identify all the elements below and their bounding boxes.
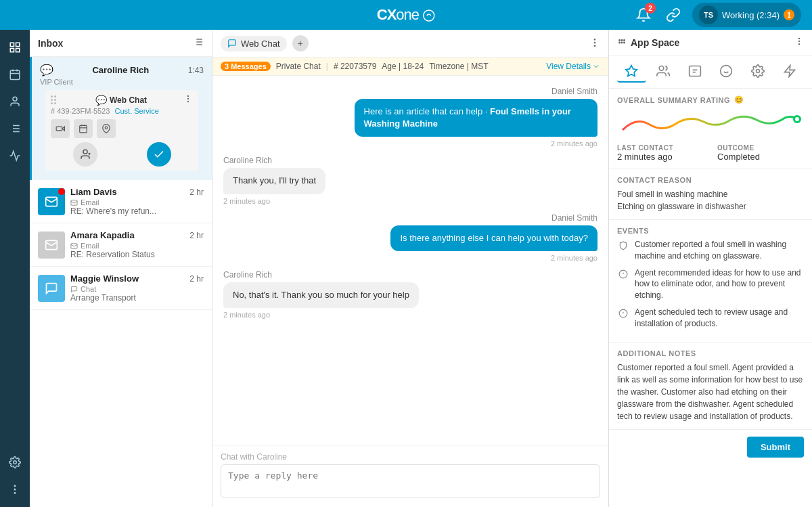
link-icon (666, 7, 681, 22)
app-icon-ai[interactable] (617, 61, 646, 83)
svg-rect-5 (10, 70, 20, 80)
maggie-preview: Arrange Transport (70, 293, 204, 303)
app-icon-settings[interactable] (744, 61, 773, 83)
complete-button[interactable] (147, 142, 171, 167)
last-contact-col: LAST CONTACT 2 minutes ago (617, 144, 704, 162)
active-contact-top: 💬 Caroline Rich 1:43 (40, 64, 204, 76)
message-3-bubble: Is there anything else I can help you wi… (390, 225, 597, 251)
header-right: 2 TS Working (2:34) 1 (633, 3, 801, 27)
view-details-button[interactable]: View Details (546, 62, 600, 71)
svg-point-26 (187, 95, 188, 96)
chat-input-area: Chat with Caroline (212, 445, 608, 507)
contact-row-amara: Amara Kapadia 2 hr Email RE: Reservation… (38, 230, 204, 259)
svg-point-66 (795, 117, 799, 121)
active-contact-card[interactable]: 💬 Caroline Rich 1:43 VIP Client 💬 (30, 57, 212, 180)
event-3-icon (617, 307, 629, 319)
svg-rect-3 (10, 49, 14, 52)
calendar-action-button[interactable] (74, 119, 93, 138)
nav-reports[interactable] (3, 116, 27, 141)
message-4: Caroline Rich No, that's it. Thank you s… (223, 270, 597, 319)
cust-service: Cust. Service (115, 107, 159, 115)
web-chat-tab-label: Web Chat (241, 39, 280, 49)
additional-notes-text: Customer reported a foul smell. Agent pr… (617, 361, 804, 422)
chat-more-button[interactable] (589, 37, 600, 50)
maggie-info: Maggie Winslow 2 hr Chat Arrange Transpo… (70, 273, 204, 303)
contact-row-maggie: Maggie Winslow 2 hr Chat Arrange Transpo… (38, 273, 204, 303)
agent-status[interactable]: TS Working (2:34) 1 (692, 3, 801, 27)
svg-point-46 (619, 39, 621, 41)
add-tab-button[interactable]: + (292, 35, 309, 51)
chat-more-icon (589, 37, 600, 48)
logo-one: one (396, 6, 419, 23)
app-icon-contacts[interactable] (649, 61, 678, 83)
additional-notes-section: ADDITIONAL NOTES Customer reported a fou… (609, 343, 812, 430)
svg-point-52 (798, 38, 799, 39)
inbox-menu-button[interactable] (193, 37, 204, 49)
nav-more[interactable] (3, 477, 27, 502)
contact-row-liam: Liam Davis 2 hr Email RE: Where's my ref… (38, 187, 204, 216)
svg-marker-55 (626, 66, 637, 76)
notifications-button[interactable]: 2 (633, 4, 654, 26)
grid-dots-icon (617, 38, 627, 47)
outcome-label: OUTCOME (717, 144, 804, 152)
maggie-top: Maggie Winslow 2 hr (70, 273, 204, 284)
webchat-more-button[interactable] (183, 94, 193, 106)
video-action-button[interactable] (51, 119, 70, 138)
svg-point-9 (13, 97, 17, 101)
nav-settings[interactable] (3, 450, 27, 475)
liam-info: Liam Davis 2 hr Email RE: Where's my ref… (70, 187, 204, 216)
active-contact-name: Caroline Rich (92, 65, 149, 75)
nav-dashboard[interactable] (3, 35, 27, 60)
message-4-bubble: No, that's it. Thank you so much for you… (223, 282, 419, 308)
nav-metrics[interactable] (3, 144, 27, 168)
contact-card-maggie[interactable]: Maggie Winslow 2 hr Chat Arrange Transpo… (30, 267, 212, 310)
logo: CXone (377, 6, 435, 24)
left-nav (0, 30, 30, 507)
svg-point-35 (105, 127, 108, 129)
message-4-time: 2 minutes ago (223, 311, 270, 319)
menu-icon (193, 37, 204, 47)
event-1-icon (617, 240, 629, 252)
webchat-tab-icon (227, 39, 237, 48)
svg-point-51 (624, 42, 625, 43)
inbox-header: Inbox (30, 30, 212, 57)
notification-badge: 2 (645, 3, 656, 14)
svg-point-19 (14, 493, 16, 494)
vip-label: VIP Client (40, 78, 204, 86)
chat-timezone: Timezone | MST (429, 62, 488, 71)
svg-point-18 (14, 489, 16, 490)
web-chat-tab[interactable]: Web Chat (221, 36, 287, 51)
webchat-label: 💬 Web Chat (95, 95, 147, 106)
amara-preview: RE: Reservation Status (70, 250, 204, 259)
nav-contacts[interactable] (3, 89, 27, 114)
svg-rect-31 (80, 125, 87, 133)
chat-id: # 22073579 (334, 62, 376, 71)
maggie-time: 2 hr (189, 274, 204, 284)
chat-meta-bar: 3 Messages Private Chat | # 22073579 Age… (212, 58, 608, 76)
app-space-panel: App Space (609, 30, 812, 507)
contact-card-amara[interactable]: Amara Kapadia 2 hr Email RE: Reservation… (30, 223, 212, 267)
main-layout: Inbox 💬 Caroline Rich 1:43 VIP Client (0, 30, 812, 507)
location-action-button[interactable] (97, 119, 116, 138)
nav-calendar[interactable] (3, 62, 27, 87)
assign-button[interactable] (73, 142, 97, 167)
svg-point-60 (721, 66, 732, 77)
app-icon-sentiment[interactable] (712, 61, 741, 83)
liam-avatar (38, 188, 65, 215)
chat-input[interactable] (221, 464, 600, 498)
event-2: Agent recommended ideas for how to use a… (617, 267, 804, 301)
contact-card-liam[interactable]: Liam Davis 2 hr Email RE: Where's my ref… (30, 180, 212, 223)
svg-point-47 (621, 39, 623, 41)
submit-button[interactable]: Submit (747, 437, 804, 458)
webchat-item[interactable]: 💬 Web Chat # 439-23FM-5523 Cust. Service (45, 90, 198, 171)
link-button[interactable] (662, 4, 684, 26)
additional-notes-title: ADDITIONAL NOTES (617, 349, 804, 357)
message-1-sender: Daniel Smith (551, 87, 597, 96)
event-3: Agent scheduled tech to review usage and… (617, 307, 804, 330)
event-3-text: Agent scheduled tech to review usage and… (635, 307, 804, 330)
chat-icon: 💬 (40, 64, 53, 76)
app-icon-lightning[interactable] (775, 61, 804, 83)
app-icon-profile[interactable] (680, 61, 709, 83)
event-2-text: Agent recommended ideas for how to use a… (635, 267, 804, 301)
app-space-more-button[interactable] (794, 37, 804, 48)
